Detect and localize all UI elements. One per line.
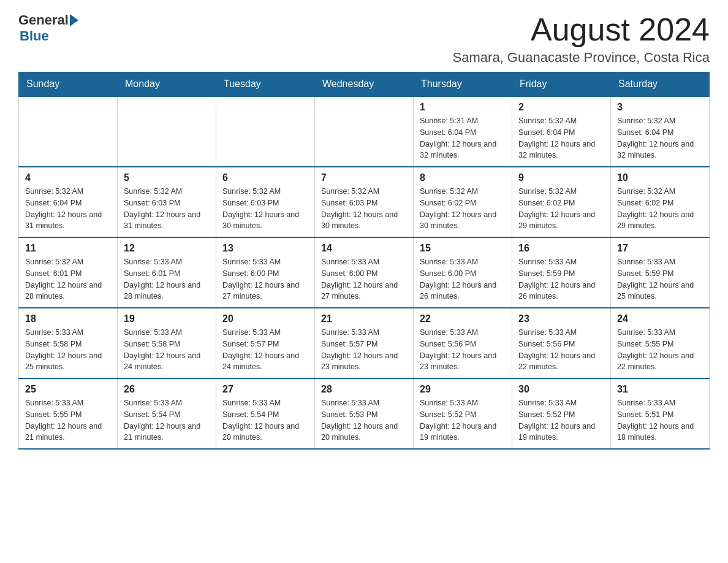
day-number: 29: [420, 384, 506, 395]
calendar-cell: 11Sunrise: 5:32 AM Sunset: 6:01 PM Dayli…: [19, 237, 118, 308]
week-row-4: 18Sunrise: 5:33 AM Sunset: 5:58 PM Dayli…: [19, 308, 710, 378]
calendar-cell: 31Sunrise: 5:33 AM Sunset: 5:51 PM Dayli…: [611, 378, 710, 449]
day-info: Sunrise: 5:33 AM Sunset: 5:58 PM Dayligh…: [25, 327, 111, 373]
day-number: 7: [321, 172, 407, 183]
day-info: Sunrise: 5:33 AM Sunset: 5:59 PM Dayligh…: [518, 256, 604, 302]
day-number: 30: [518, 384, 604, 395]
calendar-cell: 26Sunrise: 5:33 AM Sunset: 5:54 PM Dayli…: [118, 378, 216, 449]
calendar-cell: 29Sunrise: 5:33 AM Sunset: 5:52 PM Dayli…: [414, 378, 512, 449]
day-info: Sunrise: 5:32 AM Sunset: 6:04 PM Dayligh…: [617, 115, 703, 161]
day-number: 19: [124, 313, 210, 324]
day-info: Sunrise: 5:33 AM Sunset: 5:52 PM Dayligh…: [518, 397, 604, 443]
day-info: Sunrise: 5:33 AM Sunset: 5:55 PM Dayligh…: [617, 327, 703, 373]
day-info: Sunrise: 5:32 AM Sunset: 6:01 PM Dayligh…: [25, 256, 111, 302]
calendar-cell: 9Sunrise: 5:32 AM Sunset: 6:02 PM Daylig…: [512, 167, 611, 237]
calendar-cell: 19Sunrise: 5:33 AM Sunset: 5:58 PM Dayli…: [118, 308, 216, 378]
column-header-friday: Friday: [512, 72, 611, 97]
day-info: Sunrise: 5:33 AM Sunset: 6:00 PM Dayligh…: [222, 256, 308, 302]
calendar-cell: 15Sunrise: 5:33 AM Sunset: 6:00 PM Dayli…: [414, 237, 512, 308]
day-number: 11: [25, 243, 111, 254]
day-number: 16: [518, 243, 604, 254]
day-info: Sunrise: 5:32 AM Sunset: 6:03 PM Dayligh…: [321, 186, 407, 232]
logo-blue-text: Blue: [20, 28, 49, 44]
day-info: Sunrise: 5:32 AM Sunset: 6:03 PM Dayligh…: [124, 186, 210, 232]
calendar-cell: 23Sunrise: 5:33 AM Sunset: 5:56 PM Dayli…: [512, 308, 611, 378]
calendar-cell: 17Sunrise: 5:33 AM Sunset: 5:59 PM Dayli…: [611, 237, 710, 308]
day-number: 10: [617, 172, 703, 183]
calendar-cell: 4Sunrise: 5:32 AM Sunset: 6:04 PM Daylig…: [19, 167, 118, 237]
week-row-1: 1Sunrise: 5:31 AM Sunset: 6:04 PM Daylig…: [19, 96, 710, 167]
day-number: 28: [321, 384, 407, 395]
week-row-2: 4Sunrise: 5:32 AM Sunset: 6:04 PM Daylig…: [19, 167, 710, 237]
calendar-cell: 13Sunrise: 5:33 AM Sunset: 6:00 PM Dayli…: [216, 237, 315, 308]
day-info: Sunrise: 5:32 AM Sunset: 6:02 PM Dayligh…: [518, 186, 604, 232]
calendar-cell: 3Sunrise: 5:32 AM Sunset: 6:04 PM Daylig…: [611, 96, 710, 167]
day-number: 25: [25, 384, 111, 395]
calendar-cell: 6Sunrise: 5:32 AM Sunset: 6:03 PM Daylig…: [216, 167, 315, 237]
logo-general-text: General: [18, 12, 69, 28]
calendar-table: SundayMondayTuesdayWednesdayThursdayFrid…: [18, 72, 710, 450]
week-row-3: 11Sunrise: 5:32 AM Sunset: 6:01 PM Dayli…: [19, 237, 710, 308]
calendar-cell: [315, 96, 414, 167]
day-info: Sunrise: 5:33 AM Sunset: 5:57 PM Dayligh…: [321, 327, 407, 373]
calendar-cell: 30Sunrise: 5:33 AM Sunset: 5:52 PM Dayli…: [512, 378, 611, 449]
calendar-cell: [216, 96, 315, 167]
header-right: August 2024 Samara, Guanacaste Province,…: [453, 12, 710, 66]
day-info: Sunrise: 5:32 AM Sunset: 6:03 PM Dayligh…: [222, 186, 308, 232]
day-number: 20: [222, 313, 308, 324]
day-info: Sunrise: 5:32 AM Sunset: 6:04 PM Dayligh…: [518, 115, 604, 161]
day-info: Sunrise: 5:31 AM Sunset: 6:04 PM Dayligh…: [420, 115, 506, 161]
day-number: 18: [25, 313, 111, 324]
day-number: 21: [321, 313, 407, 324]
calendar-cell: 21Sunrise: 5:33 AM Sunset: 5:57 PM Dayli…: [315, 308, 414, 378]
column-header-monday: Monday: [118, 72, 216, 97]
day-number: 15: [420, 243, 506, 254]
day-number: 1: [420, 102, 506, 113]
calendar-cell: 24Sunrise: 5:33 AM Sunset: 5:55 PM Dayli…: [611, 308, 710, 378]
day-info: Sunrise: 5:32 AM Sunset: 6:04 PM Dayligh…: [25, 186, 111, 232]
calendar-header-row: SundayMondayTuesdayWednesdayThursdayFrid…: [19, 72, 710, 97]
logo: General Blue: [18, 12, 78, 44]
day-number: 14: [321, 243, 407, 254]
day-number: 26: [124, 384, 210, 395]
day-number: 22: [420, 313, 506, 324]
location-subtitle: Samara, Guanacaste Province, Costa Rica: [453, 50, 710, 66]
day-number: 3: [617, 102, 703, 113]
calendar-cell: 2Sunrise: 5:32 AM Sunset: 6:04 PM Daylig…: [512, 96, 611, 167]
day-number: 23: [518, 313, 604, 324]
calendar-cell: 8Sunrise: 5:32 AM Sunset: 6:02 PM Daylig…: [414, 167, 512, 237]
day-number: 9: [518, 172, 604, 183]
day-number: 6: [222, 172, 308, 183]
day-info: Sunrise: 5:33 AM Sunset: 5:53 PM Dayligh…: [321, 397, 407, 443]
day-number: 13: [222, 243, 308, 254]
calendar-cell: 5Sunrise: 5:32 AM Sunset: 6:03 PM Daylig…: [118, 167, 216, 237]
calendar-cell: 12Sunrise: 5:33 AM Sunset: 6:01 PM Dayli…: [118, 237, 216, 308]
day-number: 31: [617, 384, 703, 395]
day-info: Sunrise: 5:33 AM Sunset: 5:58 PM Dayligh…: [124, 327, 210, 373]
day-number: 8: [420, 172, 506, 183]
column-header-tuesday: Tuesday: [216, 72, 315, 97]
day-info: Sunrise: 5:33 AM Sunset: 5:56 PM Dayligh…: [420, 327, 506, 373]
calendar-cell: 7Sunrise: 5:32 AM Sunset: 6:03 PM Daylig…: [315, 167, 414, 237]
calendar-cell: [19, 96, 118, 167]
calendar-cell: 25Sunrise: 5:33 AM Sunset: 5:55 PM Dayli…: [19, 378, 118, 449]
day-info: Sunrise: 5:32 AM Sunset: 6:02 PM Dayligh…: [420, 186, 506, 232]
calendar-cell: 27Sunrise: 5:33 AM Sunset: 5:54 PM Dayli…: [216, 378, 315, 449]
day-number: 27: [222, 384, 308, 395]
column-header-saturday: Saturday: [611, 72, 710, 97]
column-header-sunday: Sunday: [19, 72, 118, 97]
calendar-cell: 22Sunrise: 5:33 AM Sunset: 5:56 PM Dayli…: [414, 308, 512, 378]
logo-arrow-icon: [70, 14, 78, 26]
day-number: 4: [25, 172, 111, 183]
calendar-cell: 18Sunrise: 5:33 AM Sunset: 5:58 PM Dayli…: [19, 308, 118, 378]
week-row-5: 25Sunrise: 5:33 AM Sunset: 5:55 PM Dayli…: [19, 378, 710, 449]
column-header-wednesday: Wednesday: [315, 72, 414, 97]
month-year-title: August 2024: [453, 12, 710, 47]
day-number: 17: [617, 243, 703, 254]
day-info: Sunrise: 5:33 AM Sunset: 6:00 PM Dayligh…: [321, 256, 407, 302]
day-number: 2: [518, 102, 604, 113]
day-info: Sunrise: 5:33 AM Sunset: 5:57 PM Dayligh…: [222, 327, 308, 373]
calendar-cell: [118, 96, 216, 167]
day-info: Sunrise: 5:33 AM Sunset: 5:56 PM Dayligh…: [518, 327, 604, 373]
day-info: Sunrise: 5:33 AM Sunset: 5:52 PM Dayligh…: [420, 397, 506, 443]
